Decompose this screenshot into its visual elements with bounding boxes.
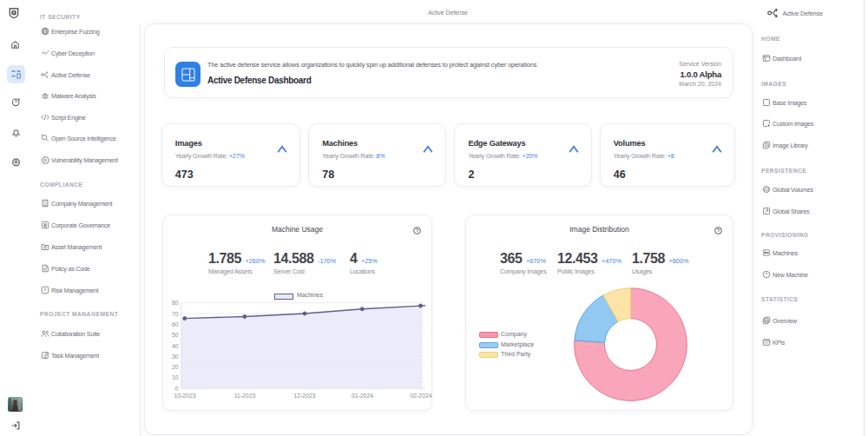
- svg-text:30: 30: [172, 353, 179, 360]
- svg-text:50: 50: [172, 332, 179, 338]
- svg-text:12-2023: 12-2023: [294, 393, 316, 399]
- svg-text:11-2023: 11-2023: [234, 393, 256, 399]
- svg-text:01-2024: 01-2024: [352, 393, 373, 399]
- svg-text:10: 10: [172, 374, 179, 380]
- svg-text:40: 40: [172, 343, 179, 349]
- svg-text:10-2023: 10-2023: [174, 393, 196, 399]
- svg-text:02-2024: 02-2024: [411, 393, 432, 399]
- svg-text:70: 70: [172, 311, 179, 317]
- svg-text:60: 60: [172, 321, 179, 327]
- svg-text:20: 20: [172, 364, 179, 370]
- svg-text:0: 0: [175, 386, 179, 392]
- svg-text:80: 80: [172, 301, 179, 306]
